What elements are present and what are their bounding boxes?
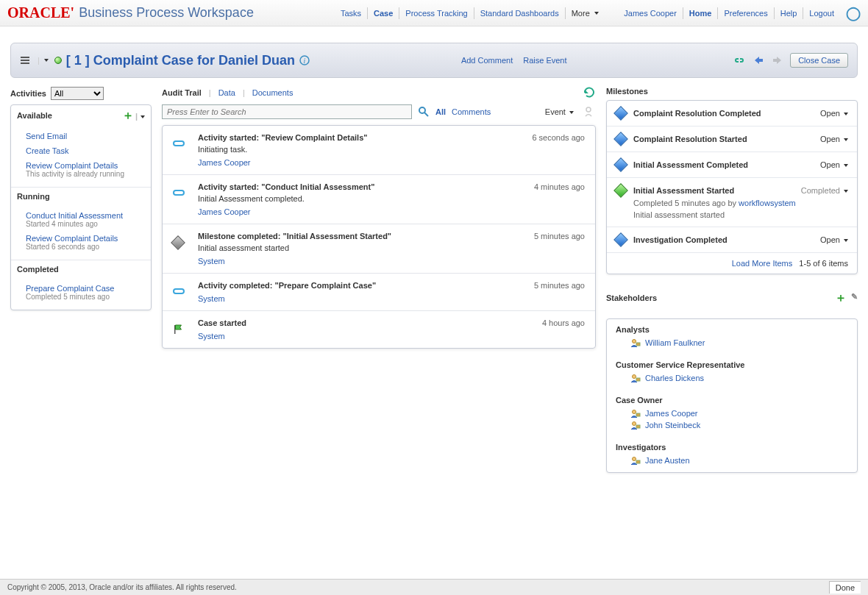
list-item[interactable]: Review Complaint DetailsStarted 6 second… (11, 231, 151, 254)
chevron-down-icon (594, 12, 599, 15)
milestone-diamond-icon (173, 238, 191, 249)
nav-home[interactable]: Home (683, 7, 719, 19)
entry-title: Activity started: "Conduct Initial Asses… (198, 182, 585, 191)
link-icon[interactable] (733, 55, 746, 65)
milestone-state-dropdown[interactable]: Open (820, 135, 848, 143)
milestone-row: Complaint Resolution CompletedOpen (607, 101, 857, 126)
milestone-state-dropdown[interactable]: Open (820, 109, 848, 118)
list-item[interactable]: Send Email (11, 129, 151, 143)
event-dropdown[interactable]: Event (545, 107, 574, 116)
list-item[interactable]: Conduct Initial AssessmentStarted 4 minu… (11, 208, 151, 231)
milestone-detail-text: Initial assessment started (633, 210, 848, 219)
stakeholders-panel: AnalystsWilliam FaulknerCustomer Service… (606, 318, 858, 473)
stakeholder-link[interactable]: Jane Austen (645, 456, 690, 465)
add-stakeholder-button[interactable]: ＋ (835, 292, 847, 304)
stakeholder-row: Charles Dickens (616, 372, 848, 384)
stakeholder-link[interactable]: John Steinbeck (645, 421, 700, 430)
raise-event-link[interactable]: Raise Event (523, 56, 566, 65)
arrow-right-icon[interactable] (771, 55, 784, 65)
nav-help[interactable]: Help (775, 7, 804, 19)
stakeholder-group: AnalystsWilliam Faulkner (607, 319, 857, 354)
nav-standard-dashboards[interactable]: Standard Dashboards (474, 7, 566, 19)
filter-all[interactable]: All (435, 107, 446, 116)
completed-heading: Completed (17, 265, 59, 274)
nav-more-label: More (572, 9, 590, 18)
activity-link[interactable]: Review Complaint Details (26, 161, 118, 170)
stakeholder-link[interactable]: James Cooper (645, 409, 698, 418)
stakeholder-group: Customer Service RepresentativeCharles D… (607, 354, 857, 390)
search-input[interactable] (162, 104, 412, 119)
nav-case[interactable]: Case (368, 7, 399, 19)
svg-point-13 (633, 375, 636, 379)
entry-title: Activity completed: "Prepare Complaint C… (198, 281, 585, 290)
menu-icon[interactable] (20, 56, 30, 65)
nav-tasks[interactable]: Tasks (335, 7, 368, 19)
activity-pill-icon (173, 188, 185, 197)
milestones-heading: Milestones (606, 87, 648, 96)
milestone-diamond-icon (613, 132, 628, 146)
activity-subtext: Started 4 minutes ago (26, 220, 145, 228)
svg-line-8 (424, 113, 428, 116)
load-more-link[interactable]: Load More Items (732, 259, 793, 268)
page-counter: 1-5 of 6 items (797, 259, 848, 268)
svg-point-15 (633, 410, 636, 414)
nav-process-tracking[interactable]: Process Tracking (399, 7, 474, 19)
activity-link[interactable]: Conduct Initial Assessment (26, 211, 123, 220)
activity-link[interactable]: Create Task (26, 146, 69, 155)
entry-actor-link[interactable]: System (198, 294, 225, 303)
info-icon[interactable]: i (299, 55, 310, 65)
milestone-title: Complaint Resolution Completed (633, 109, 820, 118)
entry-actor-link[interactable]: System (198, 257, 225, 266)
milestone-state-dropdown[interactable]: Open (820, 160, 848, 169)
stakeholder-link[interactable]: William Faulkner (645, 338, 705, 347)
brand-product: Business Process Workspace (79, 5, 254, 21)
detail-tabs: Audit Trail | Data | Documents (162, 87, 596, 99)
list-item[interactable]: Prepare Complaint CaseCompleted 5 minute… (11, 281, 151, 304)
entry-title: Activity started: "Review Complaint Deta… (198, 133, 585, 142)
add-comment-link[interactable]: Add Comment (461, 56, 513, 65)
nav-preferences[interactable]: Preferences (718, 7, 774, 19)
nav-logout[interactable]: Logout (803, 7, 840, 19)
milestone-row: Initial Assessment CompletedOpen (607, 152, 857, 177)
svg-rect-5 (758, 59, 763, 62)
activity-subtext: Completed 5 minutes ago (26, 293, 145, 301)
search-icon[interactable] (418, 106, 430, 118)
nav-more[interactable]: More (566, 7, 605, 19)
entry-desc: Initiating task. (198, 145, 585, 154)
svg-rect-14 (636, 378, 640, 381)
chevron-down-icon[interactable] (44, 59, 49, 62)
person-filter-icon[interactable] (584, 106, 596, 118)
milestone-state-dropdown[interactable]: Open (820, 235, 848, 244)
edit-stakeholders-button[interactable]: ✎ (851, 292, 858, 304)
activity-link[interactable]: Review Complaint Details (26, 234, 118, 243)
activities-panel: Available ＋| Send EmailCreate TaskReview… (10, 104, 152, 310)
workflow-system-link[interactable]: workflowsystem (739, 199, 796, 207)
refresh-icon[interactable] (583, 87, 596, 99)
activity-link[interactable]: Prepare Complaint Case (26, 284, 114, 293)
entry-actor-link[interactable]: James Cooper (198, 158, 251, 167)
person-icon (630, 338, 641, 347)
status-active-icon (54, 57, 62, 64)
activities-filter-select[interactable]: All (51, 87, 104, 100)
activity-pill-icon (173, 139, 185, 148)
case-title: [ 1 ] Complaint Case for Daniel Duan (66, 53, 295, 68)
tab-data[interactable]: Data (218, 88, 235, 97)
person-icon (630, 421, 641, 430)
milestones-pager: Load More Items 1-5 of 6 items (607, 252, 857, 274)
stakeholder-link[interactable]: Charles Dickens (645, 374, 704, 382)
svg-point-19 (633, 457, 636, 461)
entry-actor-link[interactable]: System (198, 332, 225, 341)
list-item[interactable]: Create Task (11, 143, 151, 158)
list-item[interactable]: Review Complaint DetailsThis activity is… (11, 158, 151, 181)
close-case-button[interactable]: Close Case (790, 53, 848, 68)
arrow-left-icon[interactable] (752, 55, 765, 65)
tab-documents[interactable]: Documents (252, 88, 294, 97)
filter-comments[interactable]: Comments (452, 107, 491, 116)
add-activity-button[interactable]: ＋| (122, 110, 145, 121)
tab-audit-trail[interactable]: Audit Trail (162, 88, 202, 97)
milestone-state-dropdown[interactable]: Completed (801, 186, 848, 195)
entry-time: 4 hours ago (542, 318, 585, 327)
entry-actor-link[interactable]: James Cooper (198, 207, 251, 216)
activity-link[interactable]: Send Email (26, 132, 67, 140)
trail-entry: 5 minutes agoActivity completed: "Prepar… (163, 273, 595, 310)
